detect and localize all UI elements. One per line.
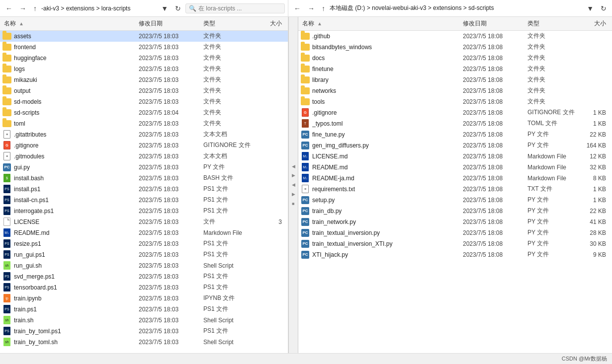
file-date: 2023/7/5 18:08	[461, 33, 525, 40]
file-date: 2023/7/5 18:03	[137, 33, 201, 40]
file-row[interactable]: PCfine_tune.py2023/7/5 18:08PY 文件22 KB	[298, 129, 612, 140]
file-type: GITIGNORE 文件	[525, 108, 580, 117]
file-row[interactable]: assets2023/7/5 18:03文件夹	[0, 31, 288, 42]
folder-icon	[300, 64, 310, 74]
file-row[interactable]: T_typos.toml2023/7/5 18:08TOML 文件1 KB	[298, 118, 612, 129]
bottom-bar: CSDN @Mr数据杨	[0, 353, 612, 364]
col-date-header-left[interactable]: 修改日期	[137, 19, 201, 28]
file-name: huggingface	[14, 55, 137, 62]
file-row[interactable]: G.gitignore2023/7/5 18:08GITIGNORE 文件1 K…	[298, 107, 612, 118]
file-type: 文件夹	[201, 86, 256, 95]
forward-button-right[interactable]: →	[305, 3, 317, 13]
file-date: 2023/7/5 18:03	[137, 120, 201, 127]
dropdown-button-left[interactable]: ▼	[159, 3, 171, 13]
file-row[interactable]: PSinstall.ps12023/7/5 18:03PS1 文件	[0, 184, 288, 195]
file-row[interactable]: .github2023/7/5 18:08文件夹	[298, 31, 612, 42]
file-size: 1 KB	[580, 197, 610, 204]
file-row[interactable]: PSsvd_merge.ps12023/7/5 18:03PS1 文件	[0, 271, 288, 282]
file-row[interactable]: $install.bash2023/7/5 18:03BASH 文件	[0, 173, 288, 184]
file-row[interactable]: shtrain_by_toml.sh2023/7/5 18:03Shell Sc…	[0, 337, 288, 348]
search-input-left[interactable]	[198, 5, 268, 12]
file-row[interactable]: PSinterrogate.ps12023/7/5 18:03PS1 文件	[0, 206, 288, 217]
file-row[interactable]: toml2023/7/5 18:03文件夹	[0, 118, 288, 129]
panel-splitter[interactable]: ◀ ▶ ◀ ▶ ■	[288, 17, 298, 353]
file-size: 164 KB	[580, 142, 610, 149]
file-row[interactable]: PCgui.py2023/7/5 18:03PY 文件	[0, 162, 288, 173]
file-size: 1 KB	[580, 109, 610, 116]
file-row[interactable]: shtrain.sh2023/7/5 18:03Shell Script	[0, 315, 288, 326]
up-button-left[interactable]: ↑	[31, 3, 39, 13]
up-button-right[interactable]: ↑	[319, 3, 328, 13]
file-row[interactable]: frontend2023/7/5 18:03文件夹	[0, 42, 288, 53]
file-row[interactable]: iptrain.ipynb2023/7/5 18:03IPYNB 文件	[0, 293, 288, 304]
folder-icon	[2, 64, 12, 74]
file-row[interactable]: output2023/7/5 18:03文件夹	[0, 85, 288, 96]
file-row[interactable]: PStrain_by_toml.ps12023/7/5 18:03PS1 文件	[0, 326, 288, 337]
search-icon-left: 🔍	[189, 5, 196, 12]
file-date: 2023/7/5 18:08	[461, 197, 525, 204]
col-type-header-left[interactable]: 类型	[201, 19, 256, 28]
back-button-left[interactable]: ←	[3, 3, 15, 13]
file-name: train_textual_inversion.py	[312, 229, 461, 236]
file-name: install-cn.ps1	[14, 197, 137, 204]
file-row[interactable]: networks2023/7/5 18:08文件夹	[298, 85, 612, 96]
dropdown-button-right[interactable]: ▼	[584, 3, 596, 13]
file-row[interactable]: mikazuki2023/7/5 18:03文件夹	[0, 74, 288, 85]
file-row[interactable]: PStrain.ps12023/7/5 18:03PS1 文件	[0, 304, 288, 315]
refresh-button-left[interactable]: ↻	[173, 3, 183, 13]
forward-button-left[interactable]: →	[17, 3, 29, 13]
file-type: PS1 文件	[201, 250, 256, 259]
file-row[interactable]: logs2023/7/5 18:03文件夹	[0, 64, 288, 74]
file-row[interactable]: PCtrain_db.py2023/7/5 18:08PY 文件22 KB	[298, 206, 612, 217]
file-row[interactable]: LICENSE2023/7/5 18:03文件3	[0, 217, 288, 227]
file-date: 2023/7/5 18:03	[137, 186, 201, 193]
col-name-right[interactable]: 名称 ▲	[300, 19, 461, 28]
file-row[interactable]: PSresize.ps12023/7/5 18:03PS1 文件	[0, 238, 288, 249]
file-row[interactable]: G.gitignore2023/7/5 18:03GITIGNORE 文件	[0, 140, 288, 151]
file-row[interactable]: bitsandbytes_windows2023/7/5 18:08文件夹	[298, 42, 612, 53]
file-name: sd-scripts	[14, 109, 137, 116]
file-row[interactable]: PCtrain_network.py2023/7/5 18:08PY 文件41 …	[298, 217, 612, 227]
sh-icon: sh	[2, 337, 12, 347]
watermark: CSDN @Mr数据杨	[562, 355, 607, 363]
file-row[interactable]: PSinstall-cn.ps12023/7/5 18:03PS1 文件	[0, 195, 288, 206]
col-date-header-right[interactable]: 修改日期	[461, 19, 525, 28]
file-row[interactable]: tools2023/7/5 18:08文件夹	[298, 96, 612, 107]
file-row[interactable]: docs2023/7/5 18:08文件夹	[298, 53, 612, 64]
file-row[interactable]: sd-models2023/7/5 18:03文件夹	[0, 96, 288, 107]
folder-icon	[2, 75, 12, 85]
file-row[interactable]: library2023/7/5 18:08文件夹	[298, 74, 612, 85]
file-row[interactable]: ≡.gitmodules2023/7/5 18:03文本文档	[0, 151, 288, 162]
file-type: PS1 文件	[201, 305, 256, 313]
file-row[interactable]: M↓README.md2023/7/5 18:08Markdown File32…	[298, 162, 612, 173]
breadcrumb-right: 本地磁盘 (D:) > novelai-webui-aki-v3 > exten…	[330, 4, 582, 12]
col-size-header-left[interactable]: 大小	[256, 19, 286, 28]
file-row[interactable]: M↓README-ja.md2023/7/5 18:08Markdown Fil…	[298, 173, 612, 184]
file-row[interactable]: huggingface2023/7/5 18:03文件夹	[0, 53, 288, 64]
file-name: toml	[14, 120, 137, 127]
file-row[interactable]: PSrun_gui.ps12023/7/5 18:03PS1 文件	[0, 249, 288, 260]
file-row[interactable]: PCtrain_textual_inversion_XTI.py2023/7/5…	[298, 238, 612, 249]
file-row[interactable]: ≡requirements.txt2023/7/5 18:08TXT 文件1 K…	[298, 184, 612, 195]
col-type-header-right[interactable]: 类型	[525, 19, 580, 28]
md-icon: M↓	[300, 162, 310, 172]
file-row[interactable]: PCgen_img_diffusers.py2023/7/5 18:08PY 文…	[298, 140, 612, 151]
bash-icon: $	[2, 173, 12, 183]
file-row[interactable]: M↓LICENSE.md2023/7/5 18:08Markdown File1…	[298, 151, 612, 162]
file-type: PS1 文件	[201, 196, 256, 204]
file-row[interactable]: PCXTI_hijack.py2023/7/5 18:08PY 文件9 KB	[298, 249, 612, 260]
file-row[interactable]: PStensorboard.ps12023/7/5 18:03PS1 文件	[0, 282, 288, 293]
file-row[interactable]: finetune2023/7/5 18:08文件夹	[298, 64, 612, 74]
file-row[interactable]: ≡.gitattributes2023/7/5 18:03文本文档	[0, 129, 288, 140]
refresh-button-right[interactable]: ↻	[598, 3, 609, 13]
col-size-header-right[interactable]: 大小	[580, 19, 610, 28]
file-row[interactable]: PCsetup.py2023/7/5 18:08PY 文件1 KB	[298, 195, 612, 206]
file-name: LICENSE.md	[312, 153, 461, 160]
file-row[interactable]: shrun_gui.sh2023/7/5 18:03Shell Script	[0, 260, 288, 271]
file-row[interactable]: M↓README.md2023/7/5 18:03Markdown File	[0, 227, 288, 238]
search-box-left[interactable]: 🔍	[185, 3, 285, 13]
col-name-left[interactable]: 名称 ▲	[2, 19, 137, 28]
file-row[interactable]: PCtrain_textual_inversion.py2023/7/5 18:…	[298, 227, 612, 238]
file-row[interactable]: sd-scripts2023/7/5 18:04文件夹	[0, 107, 288, 118]
back-button-right[interactable]: ←	[291, 3, 303, 13]
